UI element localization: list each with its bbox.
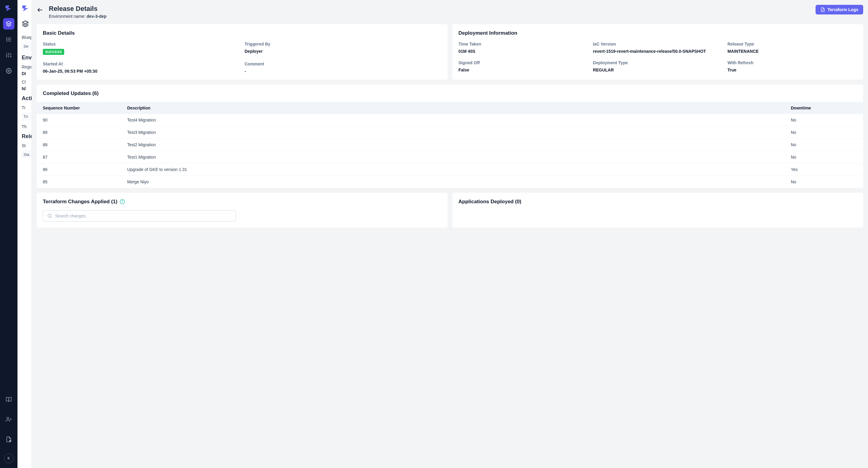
inner-region-label: Region	[22, 64, 32, 69]
nav-add-user[interactable]	[3, 414, 14, 425]
inner-blueprint-label: Blueprint	[22, 35, 32, 40]
basic-details-title: Basic Details	[43, 30, 441, 36]
nav-list[interactable]	[3, 34, 14, 45]
cell-desc: Test2 Migration	[127, 142, 791, 147]
sidebar-inner: Blueprint Se Environment Region DI Cl N/…	[18, 0, 32, 468]
cell-seq: 86	[43, 167, 127, 172]
svg-line-28	[51, 217, 52, 218]
terraform-logs-button[interactable]: Terraform Logs	[815, 5, 863, 14]
inner-cluster-value: N/	[22, 86, 32, 91]
iac-version-value: revert-1519-revert-maintenance-release/5…	[593, 49, 722, 54]
completed-updates-card: Completed Updates (6) Sequence Number De…	[37, 84, 863, 188]
nav-gear[interactable]	[3, 65, 14, 77]
avatar-initial: K	[7, 456, 10, 461]
cell-downtime: No	[791, 155, 857, 159]
updates-table-header: Sequence Number Description Downtime	[37, 102, 863, 114]
col-description: Description	[127, 106, 791, 110]
started-at-value: 06-Jan-25, 06:53 PM +05:30	[43, 69, 240, 74]
back-arrow-icon[interactable]	[37, 7, 43, 13]
terraform-changes-title: Terraform Changes Applied (1)	[43, 199, 117, 205]
cell-seq: 87	[43, 155, 127, 159]
nav-book[interactable]	[3, 394, 14, 405]
deployment-info-title: Deployment Information	[458, 30, 857, 36]
file-icon	[820, 7, 825, 12]
env-line: Environment name: dev-3-dep	[49, 14, 106, 19]
status-badge: SUCCESS	[43, 49, 64, 55]
signed-off-label: Signed Off	[458, 60, 588, 65]
cell-desc: Upgrade of GKE to version 1.31	[127, 167, 791, 172]
cell-desc: Merge Niyo	[127, 179, 791, 184]
nav-document-alert[interactable]: !	[3, 434, 14, 445]
release-type-label: Release Type	[727, 41, 857, 47]
svg-point-5	[7, 41, 7, 41]
nav-settings-sliders[interactable]	[3, 50, 14, 61]
inner-cluster-label: Cl	[22, 80, 32, 84]
page-header: Release Details Environment name: dev-3-…	[37, 5, 863, 19]
triggered-by-label: Triggered By	[245, 41, 442, 47]
cell-seq: 85	[43, 179, 127, 184]
stacks-icon[interactable]	[22, 19, 31, 28]
search-icon	[47, 213, 52, 218]
inner-thunder-label: Th	[22, 124, 32, 129]
inner-releases-heading: Releases	[22, 133, 32, 140]
iac-version-label: IaC Version	[593, 41, 722, 47]
inner-trigger-label: Tr	[22, 105, 32, 110]
user-avatar[interactable]: K	[4, 454, 13, 463]
cell-seq: 90	[43, 118, 127, 122]
inner-search-box[interactable]: Se	[22, 42, 32, 50]
search-changes-input[interactable]	[55, 213, 231, 218]
app-logo	[4, 4, 13, 13]
triggered-by-value: Deployer	[245, 49, 442, 54]
cell-desc: Test4 Migration	[127, 118, 791, 122]
table-row: 86Upgrade of GKE to version 1.31Yes	[37, 164, 863, 176]
inner-env-heading: Environment	[22, 55, 32, 61]
table-row: 87Test1 MigrationNo	[37, 151, 863, 164]
deployment-info-card: Deployment Information Time Taken 01M 40…	[453, 24, 863, 80]
svg-point-4	[7, 39, 7, 40]
main-content: Release Details Environment name: dev-3-…	[32, 0, 868, 468]
applications-deployed-card: Applications Deployed (0)	[453, 193, 863, 228]
cell-desc: Test1 Migration	[127, 155, 791, 159]
table-row: 88Test2 MigrationNo	[37, 139, 863, 151]
completed-updates-title: Completed Updates (6)	[37, 90, 863, 96]
with-refresh-label: With Refresh	[727, 60, 857, 65]
cell-desc: Test3 Migration	[127, 130, 791, 135]
table-row: 90Test4 MigrationNo	[37, 114, 863, 126]
inner-status-box[interactable]: Sta	[22, 150, 32, 158]
with-refresh-value: True	[727, 67, 857, 72]
cell-seq: 88	[43, 142, 127, 147]
env-name-value: dev-3-dep	[87, 14, 106, 19]
inner-trigger-box[interactable]: Tri	[22, 113, 32, 121]
deployment-type-label: Deployment Type	[593, 60, 722, 65]
search-changes-box[interactable]	[43, 210, 236, 222]
cell-downtime: No	[791, 130, 857, 135]
info-icon[interactable]	[120, 199, 125, 204]
col-downtime: Downtime	[791, 106, 857, 110]
inner-actions-heading: Actions	[22, 95, 32, 101]
col-sequence: Sequence Number	[43, 106, 127, 110]
terraform-logs-label: Terraform Logs	[828, 7, 858, 12]
cell-downtime: No	[791, 142, 857, 147]
cell-downtime: No	[791, 118, 857, 122]
page-title: Release Details	[49, 5, 106, 13]
applications-deployed-title: Applications Deployed (0)	[458, 199, 857, 205]
svg-point-26	[122, 201, 123, 201]
svg-point-16	[7, 417, 9, 419]
svg-point-3	[7, 38, 7, 38]
status-label: Status	[43, 41, 240, 47]
table-row: 85Merge NiyoNo	[37, 176, 863, 188]
inner-status-label: St	[22, 143, 32, 148]
terraform-changes-card: Terraform Changes Applied (1)	[37, 193, 447, 228]
nav-stacks[interactable]	[3, 18, 14, 30]
cell-seq: 89	[43, 130, 127, 135]
time-taken-label: Time Taken	[458, 41, 588, 47]
time-taken-value: 01M 40S	[458, 49, 588, 54]
sidebar-outer: ! K	[0, 0, 18, 468]
release-type-value: MAINTENANCE	[727, 49, 857, 54]
comment-value: -	[245, 69, 442, 74]
deployment-type-value: REGULAR	[593, 67, 722, 72]
inner-logo	[22, 4, 31, 13]
started-at-label: Started At	[43, 61, 240, 66]
basic-details-card: Basic Details Status SUCCESS Triggered B…	[37, 24, 447, 80]
comment-label: Comment	[245, 61, 442, 66]
